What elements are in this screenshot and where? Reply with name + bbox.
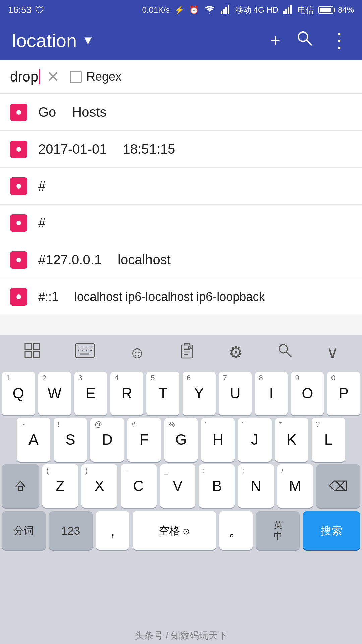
search-action-key[interactable]: 搜索 bbox=[303, 511, 360, 550]
keyboard-row-4: 分词 123 , 空格 ⊙ 。 英中 搜索 bbox=[0, 508, 362, 550]
search-button[interactable] bbox=[296, 30, 313, 51]
item-icon bbox=[10, 104, 27, 121]
shift-key[interactable] bbox=[2, 464, 39, 508]
list-item[interactable]: #127.0.0.1 localhost bbox=[0, 241, 362, 278]
svg-rect-2 bbox=[225, 7, 227, 14]
key-g[interactable]: %G bbox=[164, 418, 198, 462]
text-cursor bbox=[39, 69, 40, 84]
clipboard-icon[interactable] bbox=[180, 342, 194, 363]
status-left: 16:53 🛡 bbox=[8, 5, 44, 16]
key-a[interactable]: ~A bbox=[17, 418, 50, 462]
clear-search-button[interactable]: ✕ bbox=[47, 68, 60, 86]
settings-icon[interactable]: ⚙ bbox=[229, 343, 243, 362]
key-m[interactable]: /M bbox=[277, 464, 313, 508]
key-c[interactable]: -C bbox=[121, 464, 157, 508]
key-t[interactable]: 5T bbox=[146, 372, 179, 415]
svg-rect-7 bbox=[290, 5, 292, 14]
keyboard-icon[interactable] bbox=[75, 343, 95, 361]
list-item[interactable]: #::1 localhost ip6-localhost ip6-loopbac… bbox=[0, 278, 362, 315]
status-bar: 16:53 🛡 0.01K/s ⚡ ⏰ 移动 4G HD 电信 bbox=[0, 0, 362, 20]
dot-indicator bbox=[16, 221, 21, 225]
svg-rect-5 bbox=[285, 9, 287, 14]
svg-rect-32 bbox=[18, 487, 22, 491]
item-icon bbox=[10, 177, 27, 195]
item-icon bbox=[10, 288, 27, 306]
app-bar-actions: + ⋮ bbox=[270, 29, 350, 52]
key-h[interactable]: "H bbox=[201, 418, 235, 462]
battery-icon bbox=[318, 6, 333, 14]
key-n[interactable]: ;N bbox=[238, 464, 274, 508]
regex-label: Regex bbox=[86, 70, 121, 84]
key-d[interactable]: @D bbox=[90, 418, 124, 462]
time: 16:53 bbox=[8, 5, 32, 15]
search-icon[interactable] bbox=[277, 343, 293, 362]
key-y[interactable]: 6Y bbox=[183, 372, 216, 415]
key-s[interactable]: !S bbox=[54, 418, 87, 462]
dot-indicator bbox=[16, 258, 21, 262]
regex-toggle[interactable]: Regex bbox=[70, 70, 121, 84]
collapse-keyboard-icon[interactable]: ∨ bbox=[327, 343, 338, 361]
key-p[interactable]: 0P bbox=[327, 372, 360, 415]
emoji-icon[interactable]: ☺ bbox=[129, 343, 145, 362]
status-right: 0.01K/s ⚡ ⏰ 移动 4G HD 电信 84% bbox=[142, 4, 354, 16]
item-content: #127.0.0.1 localhost bbox=[38, 252, 171, 267]
backspace-key[interactable]: ⌫ bbox=[316, 464, 360, 508]
key-v[interactable]: _V bbox=[160, 464, 196, 508]
svg-rect-10 bbox=[25, 343, 31, 350]
item-icon bbox=[10, 251, 27, 269]
key-q[interactable]: 1Q bbox=[2, 372, 35, 415]
item-content: # bbox=[38, 215, 46, 230]
space-key[interactable]: 空格 ⊙ bbox=[133, 511, 216, 550]
shield-icon: 🛡 bbox=[35, 5, 44, 16]
period-key[interactable]: 。 bbox=[219, 511, 253, 550]
key-u[interactable]: 7U bbox=[219, 372, 252, 415]
list-item[interactable]: # bbox=[0, 168, 362, 205]
results-list: Go Hosts 2017-01-01 18:51:15 # # bbox=[0, 94, 362, 315]
svg-line-31 bbox=[286, 352, 291, 357]
key-f[interactable]: #F bbox=[127, 418, 161, 462]
item-col1: #::1 bbox=[38, 290, 58, 304]
key-b[interactable]: :B bbox=[199, 464, 235, 508]
list-item[interactable]: # bbox=[0, 205, 362, 241]
item-icon bbox=[10, 141, 27, 158]
dropdown-arrow-icon[interactable]: ▼ bbox=[82, 33, 94, 47]
key-e[interactable]: 3E bbox=[74, 372, 107, 415]
key-r[interactable]: 4R bbox=[110, 372, 143, 415]
num-sym-key[interactable]: 123 bbox=[49, 511, 93, 550]
keyboard: 1Q 2W 3E 4R 5T 6Y 7U 8I 9O 0P ~A !S @D #… bbox=[0, 369, 362, 644]
bluetooth-icon: ⚡ bbox=[174, 5, 184, 15]
wifi-icon bbox=[204, 4, 216, 16]
carrier2: 电信 bbox=[298, 5, 314, 15]
item-content: #::1 localhost ip6-localhost ip6-loopbac… bbox=[38, 290, 265, 304]
key-x[interactable]: )X bbox=[81, 464, 117, 508]
key-o[interactable]: 9O bbox=[291, 372, 324, 415]
key-k[interactable]: *K bbox=[275, 418, 308, 462]
key-i[interactable]: 8I bbox=[255, 372, 288, 415]
regex-checkbox[interactable] bbox=[70, 71, 82, 83]
item-col1: # bbox=[38, 178, 46, 194]
svg-rect-12 bbox=[25, 352, 31, 358]
list-item[interactable]: 2017-01-01 18:51:15 bbox=[0, 131, 362, 168]
key-z[interactable]: (Z bbox=[42, 464, 78, 508]
grid-icon[interactable] bbox=[24, 342, 41, 362]
item-content: Go Hosts bbox=[38, 105, 107, 120]
item-col2: localhost bbox=[118, 252, 171, 267]
more-options-button[interactable]: ⋮ bbox=[329, 29, 350, 52]
key-l[interactable]: ?L bbox=[312, 418, 345, 462]
dot-indicator bbox=[16, 147, 21, 152]
app-title[interactable]: location ▼ bbox=[12, 30, 263, 51]
key-j[interactable]: "J bbox=[238, 418, 272, 462]
watermark: 头条号 / 知数码玩天下 bbox=[0, 628, 362, 644]
lang-switch-key[interactable]: 英中 bbox=[256, 511, 300, 550]
svg-rect-6 bbox=[288, 7, 289, 14]
add-button[interactable]: + bbox=[270, 30, 280, 50]
signal-icon bbox=[221, 4, 231, 16]
network-speed: 0.01K/s bbox=[142, 5, 170, 15]
comma-key[interactable]: , bbox=[96, 511, 129, 550]
key-w[interactable]: 2W bbox=[38, 372, 71, 415]
item-col1: Go bbox=[38, 105, 56, 120]
svg-rect-3 bbox=[228, 5, 229, 14]
keyboard-row-2: ~A !S @D #F %G "H "J *K ?L bbox=[0, 415, 362, 462]
list-item[interactable]: Go Hosts bbox=[0, 94, 362, 131]
segment-key[interactable]: 分词 bbox=[2, 511, 46, 550]
